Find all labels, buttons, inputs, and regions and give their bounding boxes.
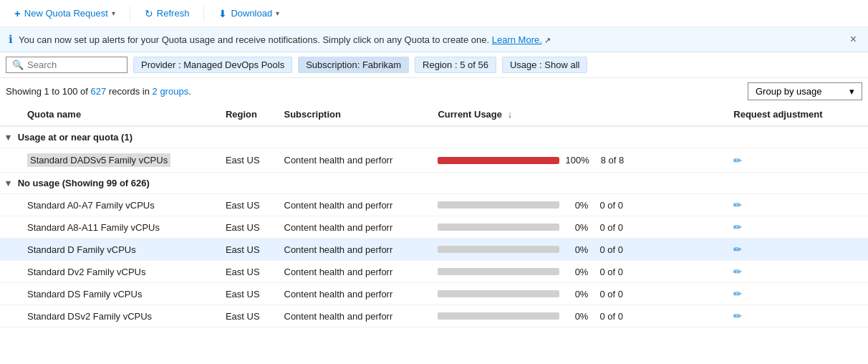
- edit-icon[interactable]: ✏: [733, 155, 742, 166]
- col-current-usage[interactable]: Current Usage ↓: [432, 103, 692, 126]
- new-quota-button[interactable]: + New Quota Request ▾: [9, 4, 121, 22]
- table-row[interactable]: Standard A8-A11 Family vCPUs East US Con…: [0, 216, 868, 239]
- quota-name: Standard DSv2 Family vCPUs: [27, 311, 152, 322]
- quota-name-highlighted: Standard DADSv5 Family vCPUs: [27, 153, 170, 167]
- quota-name: Standard A0-A7 Family vCPUs: [27, 200, 155, 211]
- scroll-cell: [857, 305, 868, 327]
- scroll-cell: [857, 194, 868, 216]
- spacer-cell: [692, 148, 728, 173]
- table-row[interactable]: Standard Dv2 Family vCPUs East US Conten…: [0, 261, 868, 283]
- quota-name: Standard D Family vCPUs: [27, 244, 136, 255]
- group-chevron-icon[interactable]: ▾: [6, 132, 11, 143]
- provider-filter[interactable]: Provider : Managed DevOps Pools: [133, 57, 292, 73]
- usage-cell: 100% 8 of 8: [432, 148, 692, 173]
- table-row[interactable]: Standard A0-A7 Family vCPUs East US Cont…: [0, 194, 868, 216]
- row-expand: [0, 148, 21, 173]
- usage-cell: 0% 0 of 0: [432, 283, 692, 305]
- edit-icon[interactable]: ✏: [733, 266, 742, 277]
- edit-icon[interactable]: ✏: [733, 244, 742, 255]
- edit-icon[interactable]: ✏: [733, 288, 742, 300]
- spacer-cell: [692, 261, 728, 283]
- quota-name-cell: Standard A0-A7 Family vCPUs: [21, 194, 220, 216]
- table-row[interactable]: Standard D Family vCPUs East US Content …: [0, 239, 868, 261]
- quota-name-cell: Standard DADSv5 Family vCPUs: [21, 148, 220, 173]
- group-by-dropdown[interactable]: Group by usage ▾: [748, 82, 862, 100]
- region-cell: East US: [220, 261, 279, 283]
- records-bar: Showing 1 to 100 of 627 records in 2 gro…: [0, 78, 868, 103]
- separator-1: [130, 6, 130, 21]
- quota-name-cell: Standard DS Family vCPUs: [21, 283, 220, 305]
- learn-more-link[interactable]: Learn More.: [492, 34, 542, 45]
- progress-bar-bg: [438, 290, 559, 297]
- spacer-cell: [692, 216, 728, 239]
- table-row[interactable]: Standard DADSv5 Family vCPUs East US Con…: [0, 148, 868, 173]
- search-input[interactable]: [27, 59, 121, 70]
- usage-percent: 0%: [565, 222, 588, 233]
- usage-percent: 0%: [565, 289, 588, 300]
- request-adjustment-cell: ✏: [728, 261, 857, 283]
- refresh-button[interactable]: ↻ Refresh: [139, 5, 196, 22]
- progress-bar-bg: [438, 157, 559, 164]
- scroll-cell: [857, 261, 868, 283]
- quota-name-cell: Standard DSv2 Family vCPUs: [21, 305, 220, 327]
- subscription-filter[interactable]: Subscription: Fabrikam: [298, 57, 409, 73]
- group-header-cell: ▾ Usage at or near quota (1): [0, 126, 868, 148]
- edit-icon[interactable]: ✏: [733, 199, 742, 211]
- usage-percent: 0%: [565, 311, 588, 322]
- records-count: Showing 1 to 100 of 627 records in 2 gro…: [6, 86, 191, 97]
- progress-wrap: 0% 0 of 0: [438, 222, 686, 233]
- edit-icon[interactable]: ✏: [733, 221, 742, 233]
- info-icon: ℹ: [9, 33, 13, 46]
- chevron-down-icon: ▾: [112, 9, 115, 17]
- usage-count: 0 of 0: [599, 200, 628, 211]
- usage-filter[interactable]: Usage : Show all: [502, 57, 588, 73]
- subscription-cell: Content health and perforr: [279, 216, 433, 239]
- subscription-cell: Content health and perforr: [279, 283, 433, 305]
- region-cell: East US: [220, 216, 279, 239]
- subscription-cell: Content health and perforr: [279, 261, 433, 283]
- progress-wrap: 0% 0 of 0: [438, 244, 686, 255]
- region-cell: East US: [220, 283, 279, 305]
- scroll-cell: [857, 239, 868, 261]
- separator-2: [203, 6, 204, 21]
- usage-cell: 0% 0 of 0: [432, 261, 692, 283]
- spacer-cell: [692, 283, 728, 305]
- quota-name-cell: Standard A8-A11 Family vCPUs: [21, 216, 220, 239]
- table-header-row: Quota name Region Subscription Current U…: [0, 103, 868, 126]
- usage-count: 0 of 0: [599, 222, 628, 233]
- usage-cell: 0% 0 of 0: [432, 216, 692, 239]
- usage-percent: 0%: [565, 267, 588, 277]
- banner-close-button[interactable]: ×: [847, 34, 859, 45]
- download-icon: ⬇: [218, 8, 227, 19]
- row-expand: [0, 261, 21, 283]
- download-button[interactable]: ⬇ Download ▾: [213, 5, 285, 22]
- search-icon: 🔍: [12, 59, 24, 70]
- quota-name: Standard DS Family vCPUs: [27, 289, 142, 300]
- quota-name: Standard A8-A11 Family vCPUs: [27, 222, 160, 233]
- spacer-cell: [692, 239, 728, 261]
- subscription-cell: Content health and perforr: [279, 148, 433, 173]
- usage-count: 0 of 0: [599, 244, 628, 255]
- row-expand: [0, 305, 21, 327]
- group-by-label: Group by usage: [756, 86, 822, 97]
- new-quota-label: New Quota Request: [24, 8, 108, 19]
- chevron-down-icon-3: ▾: [849, 86, 854, 97]
- col-quota-name: Quota name: [21, 103, 220, 126]
- external-link-icon: ↗: [544, 36, 551, 44]
- table-row[interactable]: Standard DSv2 Family vCPUs East US Conte…: [0, 305, 868, 327]
- progress-bar-bg: [438, 224, 559, 231]
- progress-wrap: 0% 0 of 0: [438, 311, 686, 322]
- col-expand: [0, 103, 21, 126]
- col-region: Region: [220, 103, 279, 126]
- request-adjustment-cell: ✏: [728, 216, 857, 239]
- group-label: Usage at or near quota (1): [18, 132, 132, 143]
- usage-cell: 0% 0 of 0: [432, 239, 692, 261]
- group-chevron-icon[interactable]: ▾: [6, 178, 11, 188]
- plus-icon: +: [14, 7, 21, 19]
- table-container: Quota name Region Subscription Current U…: [0, 103, 868, 327]
- usage-count: 0 of 0: [599, 311, 628, 322]
- progress-bar-fill: [438, 157, 559, 164]
- table-row[interactable]: Standard DS Family vCPUs East US Content…: [0, 283, 868, 305]
- edit-icon[interactable]: ✏: [733, 310, 742, 322]
- region-filter[interactable]: Region : 5 of 56: [415, 57, 496, 73]
